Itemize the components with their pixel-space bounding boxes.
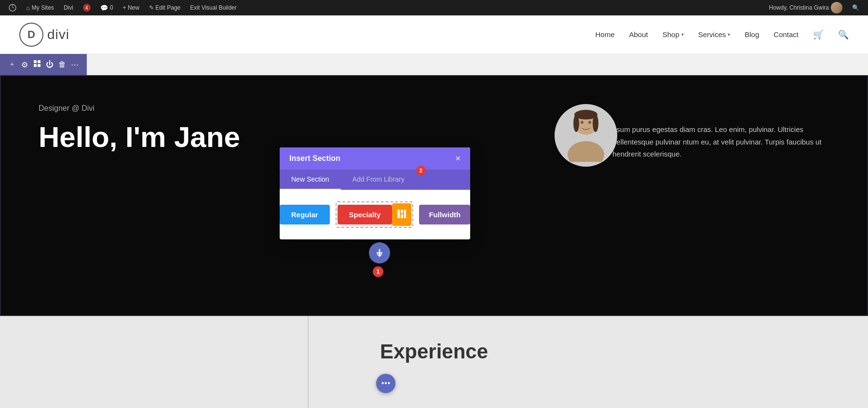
- logo-area[interactable]: D divi: [19, 23, 69, 47]
- updates-badge: 4: [83, 4, 91, 12]
- hero-subtitle: Designer @ Divi: [39, 104, 829, 113]
- comments-count: 0: [110, 4, 113, 11]
- specialty-icon-btn[interactable]: [392, 203, 411, 226]
- more-options-btn[interactable]: ⋯: [70, 58, 79, 71]
- admin-bar: ⌂ My Sites Divi 4 💬 0 + New ✎ Edit Page …: [0, 0, 868, 15]
- site-nav: Home About Shop ▾ Services ▾ Blog Contac…: [595, 29, 849, 40]
- wp-icon: [9, 4, 16, 12]
- svg-rect-14: [401, 214, 403, 218]
- svg-point-10: [573, 115, 579, 132]
- add-icon: +: [10, 60, 14, 69]
- search-btn[interactable]: 🔍: [848, 4, 863, 11]
- svg-rect-4: [38, 64, 41, 67]
- main-content: + ⚙ ⏻ 🗑 ⋯ Designer @ Divi Hello, I: [0, 54, 868, 408]
- delete-btn[interactable]: 🗑: [58, 58, 67, 71]
- svg-rect-1: [34, 60, 37, 63]
- nav-services[interactable]: Services ▾: [698, 30, 731, 39]
- nav-search-icon[interactable]: 🔍: [838, 29, 849, 40]
- builder-toolbar: + ⚙ ⏻ 🗑 ⋯: [0, 54, 87, 75]
- logo-text: divi: [47, 27, 69, 42]
- gray-section: Experience •••: [0, 316, 868, 408]
- user-greeting-text: Howdy, Christina Gwira: [769, 4, 829, 11]
- svg-point-6: [568, 141, 604, 162]
- nav-contact[interactable]: Contact: [773, 30, 799, 39]
- exit-builder-label: Exit Visual Builder: [190, 4, 237, 11]
- gray-left-panel: [0, 316, 309, 408]
- divi-label: Divi: [64, 4, 73, 11]
- updates-menu[interactable]: 4: [79, 0, 95, 15]
- svg-rect-13: [401, 210, 403, 213]
- nav-about[interactable]: About: [629, 30, 648, 39]
- hero-avatar: [555, 104, 617, 167]
- trash-icon: 🗑: [58, 60, 66, 69]
- svg-rect-15: [404, 210, 406, 218]
- power-btn[interactable]: ⏻: [45, 58, 54, 71]
- new-label: + New: [123, 4, 139, 11]
- my-sites-label: My Sites: [32, 4, 54, 11]
- svg-point-8: [588, 121, 591, 124]
- comments-icon: 💬: [100, 4, 108, 12]
- svg-rect-2: [38, 60, 41, 63]
- services-chevron-icon: ▾: [728, 32, 730, 37]
- modal-header: Insert Section ×: [280, 147, 470, 170]
- modal-tabs: New Section Add From Library 2: [280, 170, 470, 190]
- edit-page-btn[interactable]: ✎ Edit Page: [145, 0, 184, 15]
- modal-title: Insert Section: [289, 154, 340, 163]
- new-menu[interactable]: + New: [119, 0, 143, 15]
- add-section-plus-btn[interactable]: [369, 242, 390, 263]
- logo-circle: D: [19, 23, 43, 47]
- fullwidth-section-btn[interactable]: Fullwidth: [419, 205, 470, 224]
- wp-logo[interactable]: [5, 0, 20, 15]
- add-section-btn[interactable]: +: [8, 58, 16, 71]
- hero-body-text: psum purus egestas diam cras. Leo enim, …: [612, 123, 829, 160]
- admin-bar-right: Howdy, Christina Gwira 🔍: [765, 2, 863, 13]
- hero-section: Designer @ Divi Hello, I'm Jane psum pur…: [0, 75, 868, 316]
- badge-1: 1: [373, 266, 383, 277]
- modal-close-btn[interactable]: ×: [455, 154, 461, 163]
- tab-new-section[interactable]: New Section: [280, 170, 341, 190]
- layout-icon: [33, 60, 41, 69]
- exit-builder-btn[interactable]: Exit Visual Builder: [186, 0, 241, 15]
- avatar-svg: [562, 109, 610, 162]
- svg-point-11: [593, 115, 598, 132]
- nav-blog[interactable]: Blog: [745, 30, 759, 39]
- shop-chevron-icon: ▾: [681, 32, 684, 37]
- modal-body: Regular Specialty: [280, 190, 470, 239]
- nav-shop[interactable]: Shop ▾: [663, 30, 684, 39]
- regular-section-btn[interactable]: Regular: [280, 205, 330, 224]
- search-icon: 🔍: [852, 4, 859, 11]
- cart-icon[interactable]: 🛒: [813, 29, 824, 40]
- power-icon: ⏻: [46, 60, 54, 69]
- edit-page-label: ✎ Edit Page: [149, 4, 180, 11]
- comments-menu[interactable]: 💬 0: [96, 0, 117, 15]
- experience-title: Experience: [380, 340, 488, 363]
- insert-section-modal: Insert Section × New Section Add From Li…: [280, 147, 470, 239]
- specialty-layout-icon: [397, 212, 407, 220]
- svg-rect-3: [34, 64, 37, 67]
- tab-add-from-library[interactable]: Add From Library 2: [341, 170, 419, 190]
- svg-point-7: [581, 121, 583, 124]
- user-avatar: [831, 2, 842, 13]
- divi-menu[interactable]: Divi: [60, 0, 77, 15]
- library-badge: 2: [416, 166, 426, 175]
- layout-btn[interactable]: [33, 58, 41, 71]
- my-sites-menu[interactable]: ⌂ My Sites: [22, 0, 58, 15]
- user-greeting[interactable]: Howdy, Christina Gwira: [765, 2, 846, 13]
- dots-icon: •••: [381, 379, 391, 389]
- specialty-group: Specialty: [336, 201, 414, 228]
- settings-btn[interactable]: ⚙: [20, 58, 29, 71]
- svg-rect-12: [397, 210, 400, 218]
- more-icon: ⋯: [71, 60, 79, 69]
- site-header: D divi Home About Shop ▾ Services ▾ Blog…: [0, 15, 868, 54]
- settings-icon: ⚙: [21, 60, 28, 69]
- specialty-section-btn[interactable]: Specialty: [338, 205, 393, 224]
- my-sites-icon: ⌂: [26, 4, 30, 12]
- nav-home[interactable]: Home: [595, 30, 614, 39]
- floating-menu-btn[interactable]: •••: [376, 374, 395, 393]
